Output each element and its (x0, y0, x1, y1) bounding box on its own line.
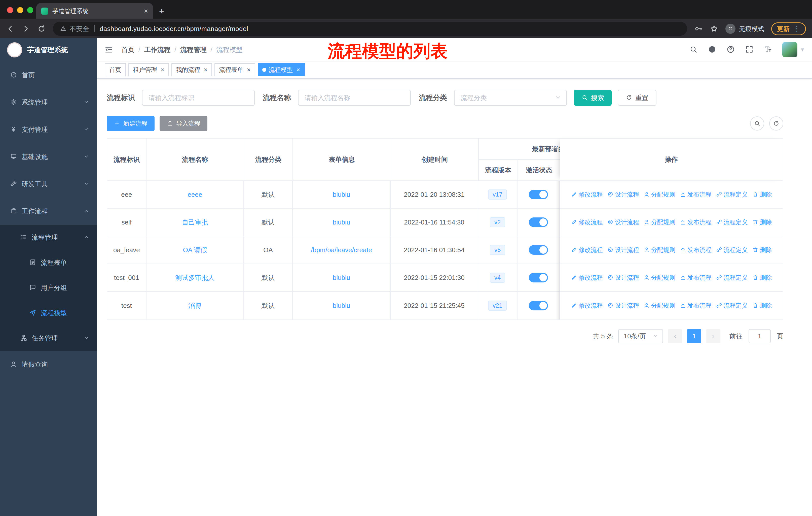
action-delete[interactable]: 删除 (752, 274, 772, 282)
font-size-icon[interactable] (764, 45, 772, 55)
password-key-icon[interactable] (694, 24, 703, 33)
action-assign-rule[interactable]: 分配规则 (644, 246, 675, 254)
tag-home[interactable]: 首页 (105, 63, 126, 76)
sidebar-item-payment-management[interactable]: 支付管理 (0, 116, 97, 143)
action-modify[interactable]: 修改流程 (571, 190, 603, 198)
sidebar-item-user-group[interactable]: 用户分组 (0, 275, 97, 300)
tag-close-icon[interactable]: × (204, 66, 207, 73)
tab-close-icon[interactable]: × (144, 7, 148, 15)
app-logo[interactable]: 芋道管理系统 (0, 38, 97, 61)
toggle-search-button[interactable] (750, 116, 764, 131)
form-link[interactable]: biubiu (333, 274, 350, 282)
tag-close-icon[interactable]: × (247, 66, 251, 73)
category-select[interactable]: 流程分类 (454, 90, 567, 106)
update-button[interactable]: 更新 ⋮ (771, 22, 806, 35)
tag-process-model[interactable]: 流程模型 × (258, 63, 305, 76)
sidebar-item-home[interactable]: 首页 (0, 61, 97, 89)
action-design[interactable]: 设计流程 (607, 190, 639, 198)
model-name-link[interactable]: 自己审批 (182, 218, 208, 227)
sidebar-item-process-form[interactable]: 流程表单 (0, 250, 97, 275)
minimize-window-button[interactable] (17, 7, 23, 13)
reset-button[interactable]: 重置 (618, 90, 657, 106)
action-definition[interactable]: 流程定义 (716, 274, 748, 282)
search-button[interactable]: 搜索 (574, 90, 612, 106)
action-definition[interactable]: 流程定义 (716, 302, 748, 310)
help-icon[interactable] (726, 45, 735, 55)
page-number-button[interactable]: 1 (687, 329, 701, 343)
new-tab-button[interactable]: + (159, 6, 164, 16)
action-delete[interactable]: 删除 (752, 218, 772, 226)
active-status-toggle[interactable] (529, 190, 548, 199)
version-badge[interactable]: v2 (490, 217, 505, 227)
action-assign-rule[interactable]: 分配规则 (644, 302, 675, 310)
model-name-link[interactable]: 滔博 (188, 301, 201, 310)
import-process-button[interactable]: 导入流程 (160, 116, 207, 131)
action-definition[interactable]: 流程定义 (716, 190, 748, 198)
action-delete[interactable]: 删除 (752, 302, 772, 310)
sidebar-item-task-management[interactable]: 任务管理 (0, 326, 97, 351)
form-link[interactable]: biubiu (333, 218, 350, 226)
back-icon[interactable] (6, 24, 14, 33)
action-delete[interactable]: 删除 (752, 190, 772, 198)
action-modify[interactable]: 修改流程 (571, 302, 603, 310)
action-design[interactable]: 设计流程 (607, 302, 639, 310)
version-badge[interactable]: v17 (488, 189, 507, 200)
model-name-link[interactable]: eeee (188, 191, 202, 198)
tag-process-form[interactable]: 流程表单 × (214, 63, 255, 76)
active-status-toggle[interactable] (529, 301, 548, 310)
action-modify[interactable]: 修改流程 (571, 274, 603, 282)
action-assign-rule[interactable]: 分配规则 (644, 190, 675, 198)
breadcrumb-item[interactable]: 工作流程 (144, 45, 170, 54)
model-name-link[interactable]: OA 请假 (183, 246, 207, 254)
active-status-toggle[interactable] (529, 217, 548, 227)
sidebar-item-workflow[interactable]: 工作流程 (0, 197, 97, 225)
action-publish[interactable]: 发布流程 (680, 246, 712, 254)
goto-page-input[interactable] (749, 329, 771, 343)
browser-tab[interactable]: 芋道管理系统 × (36, 3, 153, 19)
browser-menu-icon[interactable]: ⋮ (794, 25, 800, 33)
tag-close-icon[interactable]: × (161, 66, 164, 73)
address-bar[interactable]: 不安全 dashboard.yudao.iocoder.cn/bpm/manag… (53, 22, 687, 36)
action-design[interactable]: 设计流程 (607, 246, 639, 254)
sidebar-item-infrastructure[interactable]: 基础设施 (0, 143, 97, 170)
sidebar-item-process-management[interactable]: 流程管理 (0, 225, 97, 250)
action-modify[interactable]: 修改流程 (571, 246, 603, 254)
action-publish[interactable]: 发布流程 (680, 274, 712, 282)
action-definition[interactable]: 流程定义 (716, 218, 748, 226)
active-status-toggle[interactable] (529, 273, 548, 282)
action-assign-rule[interactable]: 分配规则 (644, 218, 675, 226)
fullscreen-icon[interactable] (745, 45, 754, 55)
model-name-link[interactable]: 测试多审批人 (175, 273, 214, 282)
close-window-button[interactable] (7, 7, 13, 13)
action-delete[interactable]: 删除 (752, 246, 772, 254)
action-design[interactable]: 设计流程 (607, 274, 639, 282)
header-search-icon[interactable] (689, 45, 698, 55)
user-menu[interactable]: ▼ (782, 42, 805, 57)
sidebar-item-process-model[interactable]: 流程模型 (0, 300, 97, 326)
reload-icon[interactable] (37, 24, 46, 33)
tag-tenant[interactable]: 租户管理 × (128, 63, 169, 76)
action-publish[interactable]: 发布流程 (680, 302, 712, 310)
action-publish[interactable]: 发布流程 (680, 218, 712, 226)
github-icon[interactable] (708, 45, 716, 55)
form-link[interactable]: biubiu (333, 191, 350, 198)
sidebar-item-dev-tools[interactable]: 研发工具 (0, 170, 97, 197)
tag-my-process[interactable]: 我的流程 × (171, 63, 212, 76)
version-badge[interactable]: v4 (490, 273, 505, 283)
create-process-button[interactable]: 新建流程 (107, 116, 154, 131)
version-badge[interactable]: v21 (488, 301, 507, 311)
action-definition[interactable]: 流程定义 (716, 246, 748, 254)
sidebar-item-system-management[interactable]: 系统管理 (0, 89, 97, 116)
process-name-input[interactable] (298, 90, 411, 106)
breadcrumb-item[interactable]: 首页 (121, 45, 135, 54)
active-status-toggle[interactable] (529, 245, 548, 255)
prev-page-button[interactable]: ‹ (668, 329, 682, 343)
action-design[interactable]: 设计流程 (607, 218, 639, 226)
form-link[interactable]: biubiu (333, 302, 350, 310)
form-link[interactable]: /bpm/oa/leave/create (311, 246, 372, 254)
hamburger-icon[interactable] (104, 45, 113, 54)
breadcrumb-item[interactable]: 流程管理 (180, 45, 206, 54)
action-publish[interactable]: 发布流程 (680, 190, 712, 198)
action-modify[interactable]: 修改流程 (571, 218, 603, 226)
forward-icon[interactable] (22, 24, 30, 33)
